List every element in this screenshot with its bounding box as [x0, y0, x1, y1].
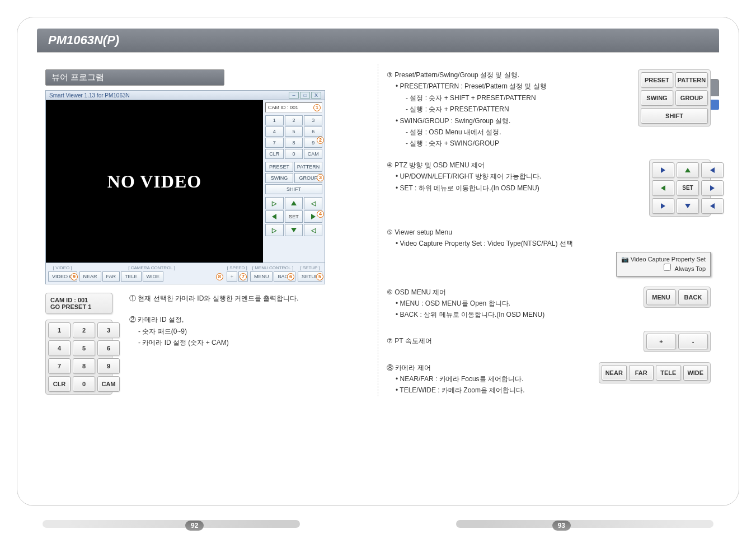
- desc-2: ② 카메라 ID 설정, - 숫자 패드(0~9) - 카메라 ID 설정 (숫…: [129, 314, 299, 348]
- mkey-clr[interactable]: CLR: [48, 376, 71, 392]
- camid-panel: CAM ID : 001 GO PRESET 1: [45, 293, 112, 314]
- dir-downleft[interactable]: ▷: [265, 224, 284, 236]
- arrow-left-icon: [661, 185, 665, 191]
- key-8[interactable]: 8: [285, 138, 303, 148]
- key-1[interactable]: 1: [265, 115, 284, 125]
- diag-icon: ◁: [311, 227, 316, 234]
- dir-down[interactable]: [285, 224, 303, 236]
- pdir-up[interactable]: [677, 162, 699, 178]
- mkey-cam[interactable]: CAM: [97, 376, 120, 392]
- tele-panel-button[interactable]: TELE: [656, 365, 681, 381]
- mkey-5[interactable]: 5: [73, 340, 95, 356]
- pdir-set[interactable]: SET: [677, 180, 699, 196]
- speed-plus-button[interactable]: +: [227, 271, 237, 282]
- speed-plus-panel-button[interactable]: +: [646, 334, 676, 349]
- mkey-6[interactable]: 6: [97, 340, 120, 356]
- wide-panel-button[interactable]: WIDE: [683, 365, 708, 381]
- back-panel-button[interactable]: BACK: [678, 289, 708, 305]
- key-6[interactable]: 6: [304, 127, 322, 137]
- speed-minus-panel-button[interactable]: -: [678, 334, 708, 349]
- key-0[interactable]: 0: [285, 149, 303, 159]
- key-5[interactable]: 5: [285, 127, 303, 137]
- tele-button[interactable]: TELE: [121, 271, 142, 282]
- setup-popup: 📷 Video Capture Property Set Always Top: [616, 252, 711, 277]
- cam-id-display: CAM ID : 001 1: [265, 102, 322, 113]
- app-title-text: Smart Viewer 1.13 for PM1063N: [49, 92, 130, 99]
- mkey-3[interactable]: 3: [97, 322, 120, 338]
- dir-left[interactable]: [265, 210, 284, 223]
- bb-setup-label: [ SETUP ]: [298, 265, 322, 270]
- swing-button[interactable]: SWING: [265, 173, 293, 183]
- page-number-right: 93: [552, 521, 571, 531]
- pdir-dr[interactable]: [701, 198, 724, 214]
- diag-icon: ▷: [272, 227, 276, 234]
- mkey-8[interactable]: 8: [73, 358, 95, 374]
- dir-set[interactable]: SET: [285, 210, 303, 223]
- arrow-right-icon: [311, 214, 316, 219]
- desc-3: ③ Preset/Pattern/Swing/Group 설정 및 실행. • …: [387, 69, 547, 149]
- menu-panel: MENU BACK: [644, 287, 711, 308]
- desc-6: ⑥ OSD MENU 제어 • MENU : OSD MENU를 Open 합니…: [387, 287, 544, 321]
- pdir-right[interactable]: [701, 180, 724, 196]
- pattern-button[interactable]: PATTERN: [294, 162, 322, 172]
- mkey-4[interactable]: 4: [48, 340, 71, 356]
- far-button[interactable]: FAR: [102, 271, 120, 282]
- key-7[interactable]: 7: [265, 138, 284, 148]
- pdir-dl[interactable]: [652, 198, 674, 214]
- window-maximize-icon[interactable]: ▭: [300, 92, 310, 99]
- pattern-panel-button[interactable]: PATTERN: [675, 72, 708, 88]
- menu-panel-button[interactable]: MENU: [646, 289, 676, 305]
- window-close-icon[interactable]: X: [311, 92, 321, 99]
- key-clr[interactable]: CLR: [265, 149, 284, 159]
- mkey-9[interactable]: 9: [97, 358, 120, 374]
- mkey-0[interactable]: 0: [73, 376, 95, 392]
- diag-icon: [661, 203, 665, 209]
- dir-upleft[interactable]: ▷: [265, 197, 284, 209]
- arrow-down-icon: [291, 228, 297, 232]
- arrow-up-icon: [685, 168, 691, 172]
- preset-panel-button[interactable]: PRESET: [641, 72, 673, 88]
- arrow-right-icon: [710, 185, 715, 191]
- group-panel-button[interactable]: GROUP: [675, 90, 708, 106]
- pdir-ur[interactable]: [701, 162, 724, 178]
- mode-panel: PRESET PATTERN SWING GROUP SHIFT: [638, 69, 711, 127]
- dir-upright[interactable]: ◁: [304, 197, 322, 209]
- viewer-app-window: Smart Viewer 1.13 for PM1063N – ▭ X NO V…: [45, 90, 325, 284]
- shift-button[interactable]: SHIFT: [265, 184, 322, 194]
- desc-5: ⑤ Viewer setup Menu • Video Capture Prop…: [387, 227, 711, 250]
- pdir-down[interactable]: [677, 198, 699, 214]
- wide-button[interactable]: WIDE: [143, 271, 164, 282]
- dir-up[interactable]: [285, 197, 303, 209]
- diag-icon: [710, 203, 715, 209]
- pdir-left[interactable]: [652, 180, 674, 196]
- menu-button[interactable]: MENU: [250, 271, 273, 282]
- swing-panel-button[interactable]: SWING: [641, 90, 673, 106]
- section-title: 뷰어 프로그램: [45, 69, 224, 86]
- footer-bar-left: [43, 520, 300, 528]
- bb-video-label: [ VIDEO ]: [48, 265, 77, 270]
- arrow-down-icon: [685, 204, 691, 208]
- diag-icon: ◁: [311, 200, 316, 207]
- near-button[interactable]: NEAR: [79, 271, 101, 282]
- key-cam[interactable]: CAM: [304, 149, 322, 159]
- mkey-7[interactable]: 7: [48, 358, 71, 374]
- far-panel-button[interactable]: FAR: [629, 365, 654, 381]
- diag-icon: [710, 167, 715, 173]
- key-4[interactable]: 4: [265, 127, 284, 137]
- shift-panel-button[interactable]: SHIFT: [641, 108, 708, 124]
- dir-panel: SET: [649, 160, 711, 217]
- always-top-checkbox[interactable]: [664, 264, 671, 271]
- near-panel-button[interactable]: NEAR: [602, 365, 627, 381]
- arrow-left-icon: [272, 214, 276, 219]
- dir-downright[interactable]: ◁: [304, 224, 322, 236]
- bb-speed-label: [ SPEED ]: [227, 265, 248, 270]
- keypad: 1 2 3 4 5 6 7 8 9 CLR 0 CAM 2: [265, 115, 322, 159]
- key-3[interactable]: 3: [304, 115, 322, 125]
- footer-bar-right: [456, 520, 713, 528]
- key-2[interactable]: 2: [285, 115, 303, 125]
- mkey-1[interactable]: 1: [48, 322, 71, 338]
- preset-button[interactable]: PRESET: [265, 162, 293, 172]
- window-minimize-icon[interactable]: –: [289, 92, 299, 99]
- pdir-ul[interactable]: [652, 162, 674, 178]
- mkey-2[interactable]: 2: [73, 322, 95, 338]
